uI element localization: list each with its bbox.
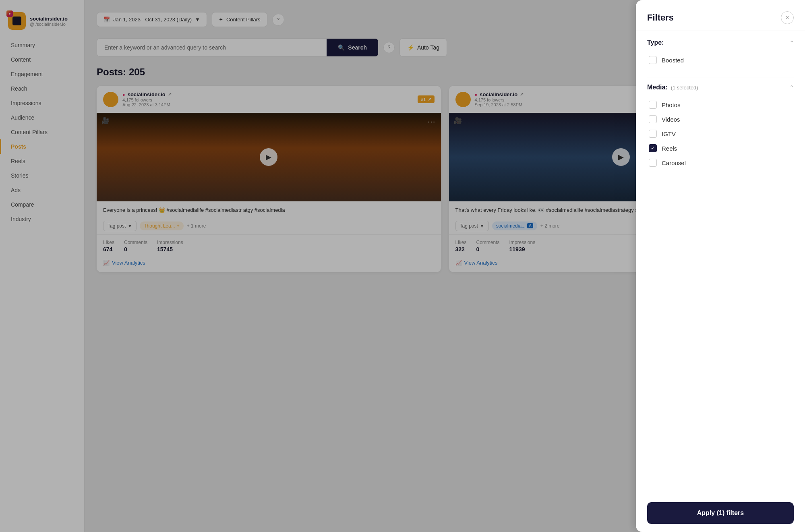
igtv-checkbox[interactable] [649, 130, 657, 138]
carousel-label: Carousel [662, 159, 686, 166]
filters-footer: Apply (1) filters [636, 494, 805, 532]
type-section-header[interactable]: Type: ⌃ [647, 39, 794, 46]
videos-label: Videos [662, 116, 680, 123]
apply-filters-button[interactable]: Apply (1) filters [647, 502, 794, 524]
type-section-title: Type: [647, 39, 664, 46]
filters-title: Filters [647, 12, 674, 23]
chevron-up-icon: ⌃ [790, 40, 794, 46]
media-section-title: Media: [647, 84, 668, 91]
boosted-checkbox[interactable] [649, 56, 657, 64]
videos-option[interactable]: Videos [647, 112, 794, 126]
carousel-checkbox[interactable] [649, 159, 657, 167]
photos-label: Photos [662, 101, 681, 108]
type-filter-section: Type: ⌃ Boosted [647, 39, 794, 67]
media-section-header[interactable]: Media: (1 selected) ⌃ [647, 84, 794, 91]
filters-header: Filters × [636, 0, 805, 31]
chevron-up-icon: ⌃ [790, 85, 794, 90]
media-filter-section: Media: (1 selected) ⌃ Photos Videos IGTV… [647, 84, 794, 170]
reels-option[interactable]: Reels [647, 141, 794, 155]
filters-body: Type: ⌃ Boosted Media: (1 selected) ⌃ Ph… [636, 31, 805, 494]
carousel-option[interactable]: Carousel [647, 155, 794, 170]
igtv-option[interactable]: IGTV [647, 126, 794, 141]
photos-option[interactable]: Photos [647, 97, 794, 112]
photos-checkbox[interactable] [649, 101, 657, 109]
boosted-label: Boosted [662, 57, 684, 64]
videos-checkbox[interactable] [649, 115, 657, 123]
close-icon: × [785, 14, 789, 21]
close-button[interactable]: × [781, 11, 794, 24]
media-selected-badge: (1 selected) [671, 85, 698, 91]
boosted-option[interactable]: Boosted [647, 53, 794, 67]
filters-panel: Filters × Type: ⌃ Boosted Media: (1 sele… [636, 0, 805, 532]
filter-divider [647, 77, 794, 77]
reels-checkbox[interactable] [649, 144, 657, 152]
reels-label: Reels [662, 145, 677, 152]
igtv-label: IGTV [662, 130, 676, 137]
